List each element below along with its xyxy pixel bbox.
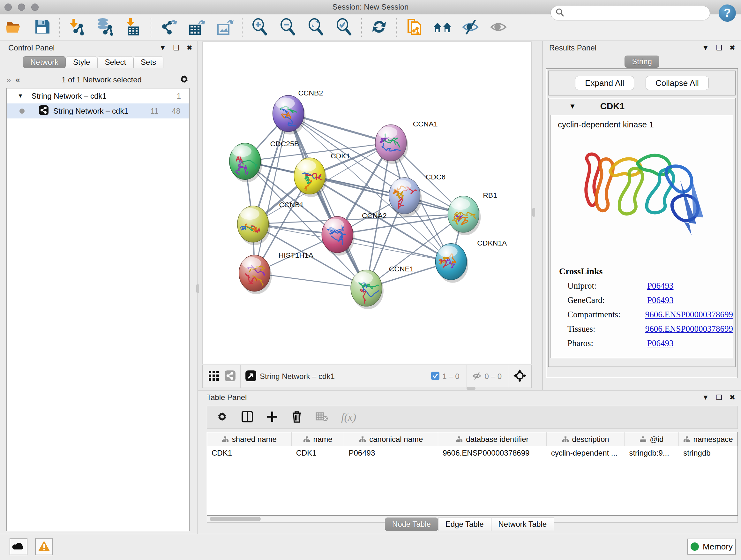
table-cell[interactable]: CDK1 [292,446,344,460]
crosslink-link[interactable]: 9606.ENSP00000378699 [645,310,733,320]
network-node-cdc6[interactable] [389,178,425,217]
network-node-rb1[interactable] [448,196,481,235]
network-edge[interactable] [310,176,463,214]
network-node-ccna1[interactable] [375,125,408,164]
table-cell[interactable]: CDK1 [207,446,292,460]
expand-all-button[interactable]: Expand All [575,76,634,90]
column-header-name[interactable]: name [292,432,344,446]
collapse-all-button[interactable]: Collapse All [646,76,709,90]
table-cell[interactable]: cyclin-dependent ... [547,446,625,460]
network-collection-row[interactable]: ▼ String Network – cdk1 1 [7,88,189,104]
tab-select[interactable]: Select [97,56,133,68]
import-table-button[interactable] [124,17,143,37]
panel-float-icon[interactable]: ▼ [702,393,709,401]
birdseye-toggle-icon[interactable] [245,370,257,383]
search-box[interactable] [550,6,710,20]
network-node-cdk1[interactable] [294,158,327,197]
network-node-ccna2[interactable] [322,216,354,256]
tree-caret-icon[interactable]: ▼ [17,92,23,99]
panel-maximize-icon[interactable]: ❑ [173,44,180,52]
column-header--id[interactable]: @id [624,432,679,446]
panel-float-icon[interactable]: ▼ [702,44,709,52]
export-image-button[interactable] [215,17,234,37]
import-network-file-button[interactable] [67,17,87,37]
hide-selected-button[interactable] [461,17,480,37]
import-network-database-button[interactable] [95,17,115,37]
crosslink-link[interactable]: P06493 [647,295,674,305]
string-view-icon[interactable] [224,370,236,383]
duplicate-network-button[interactable] [404,17,424,37]
tab-string[interactable]: String [624,56,659,68]
network-node-ccnb1[interactable] [238,206,270,245]
zoom-selected-button[interactable] [334,17,354,37]
network-node-cdkn1a[interactable] [435,244,468,283]
table-cell[interactable]: stringdb:9... [624,446,679,460]
tab-sets[interactable]: Sets [133,56,163,68]
zoom-in-button[interactable] [250,17,270,37]
grid-mode-icon[interactable] [208,370,219,382]
show-columns-icon[interactable] [242,411,253,424]
export-network-button[interactable] [158,17,179,37]
tab-network-table[interactable]: Network Table [491,517,554,531]
refresh-button[interactable] [369,17,389,37]
right-splitter-handle[interactable] [532,208,535,217]
table-panel-title: Table Panel [207,393,247,402]
tab-edge-table[interactable]: Edge Table [438,517,491,531]
first-neighbors-button[interactable] [432,17,452,37]
column-header-canonical-name[interactable]: canonical name [344,432,438,446]
hidden-eye-icon[interactable] [471,371,482,382]
network-edge[interactable] [255,114,288,273]
panel-close-icon[interactable]: ✖ [187,44,192,52]
selected-checkbox-icon[interactable] [431,371,440,381]
pan-crosshair-icon[interactable] [514,369,526,383]
panel-close-icon[interactable]: ✖ [730,44,735,52]
tab-network[interactable]: Network [23,56,66,68]
crosslink-link[interactable]: 9606.ENSP00000378699 [645,324,733,334]
save-session-button[interactable] [32,17,52,37]
column-header-shared-name[interactable]: shared name [207,432,292,446]
collapse-all-networks-icon[interactable]: » [6,75,11,85]
gene-caret-icon[interactable]: ▼ [569,102,576,111]
tab-style[interactable]: Style [66,56,97,68]
network-node-hist1h1a[interactable] [239,255,272,294]
table-cell[interactable]: stringdb [679,446,738,460]
open-session-button[interactable] [4,17,24,37]
network-node-ccnb2[interactable] [273,96,306,135]
zoom-fit-button[interactable] [306,17,326,37]
delete-table-icon[interactable] [316,412,328,423]
panel-maximize-icon[interactable]: ❑ [716,393,723,401]
zoom-out-button[interactable] [278,17,298,37]
crosslink-label: Pharos: [567,338,647,348]
add-column-icon[interactable] [266,411,278,424]
panel-float-icon[interactable]: ▼ [159,44,166,52]
network-options-gear-icon[interactable] [179,74,190,86]
panel-maximize-icon[interactable]: ❑ [716,44,723,52]
expand-all-networks-icon[interactable]: « [15,75,20,85]
table-cell[interactable]: 9606.ENSP00000378699 [438,446,547,460]
search-input[interactable] [565,9,702,17]
network-node-ccne1[interactable] [351,270,384,309]
panel-close-icon[interactable]: ✖ [730,393,735,401]
crosslink-link[interactable]: P06493 [647,281,674,291]
column-header-namespace[interactable]: namespace [679,432,738,446]
table-cell[interactable]: P06493 [344,446,438,460]
delete-column-icon[interactable] [291,411,302,424]
column-header-description[interactable]: description [547,432,625,446]
network-node-cdc25b[interactable] [229,143,262,182]
help-button[interactable]: ? [719,4,736,22]
tab-node-table[interactable]: Node Table [385,517,438,531]
network-row[interactable]: String Network – cdk1 11 48 [7,104,189,118]
table-row[interactable]: CDK1CDK1P064939606.ENSP00000378699cyclin… [207,446,738,460]
memory-button[interactable]: Memory [687,539,736,555]
function-builder-icon[interactable]: f(x) [341,411,356,423]
network-canvas[interactable]: CCNB2CCNA1CDC25BCDK1CDC6RB1CCNB1CCNA2CDK… [202,42,532,364]
export-table-button[interactable] [187,17,206,37]
column-header-database-identifier[interactable]: database identifier [438,432,547,446]
crosslink-link[interactable]: P06493 [647,338,674,348]
table-settings-gear-icon[interactable] [216,411,228,424]
show-all-button[interactable] [488,17,509,37]
cloud-button[interactable] [10,538,27,555]
warning-button[interactable] [35,538,53,555]
left-splitter-handle[interactable] [196,284,199,293]
horizontal-splitter-handle[interactable] [467,387,475,390]
